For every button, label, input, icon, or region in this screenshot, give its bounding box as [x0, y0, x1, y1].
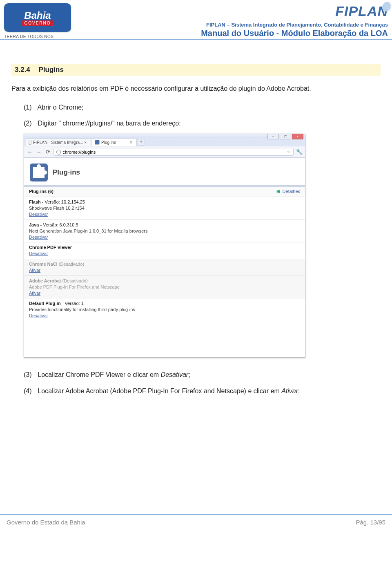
plugins-count: Plug-ins (6) — [29, 189, 53, 194]
forward-icon[interactable]: → — [36, 149, 42, 155]
plugins-banner: Plug-ins — [24, 158, 305, 186]
section-header: 3.2.4 Plugins — [11, 64, 381, 76]
address-bar: ← → ⟳ ☆ 🔧 — [24, 146, 305, 158]
footer-left: Governo do Estado da Bahia — [7, 519, 85, 526]
tab-close-icon[interactable]: × — [130, 140, 132, 145]
footer-right: Pág. 13/95 — [356, 519, 385, 526]
url-input[interactable] — [62, 150, 285, 155]
header-subtitle-1: FIPLAN – Sistema Integrado de Planejamen… — [201, 22, 388, 28]
maximize-icon[interactable]: ▢ — [280, 134, 291, 139]
steps-list: (1) Abrir o Chrome; (2) Digitar " chrome… — [11, 102, 381, 129]
plugin-action-link[interactable]: Desativar — [29, 235, 48, 240]
step-1: (1) Abrir o Chrome; — [24, 102, 381, 113]
plugins-container: Flash - Versão: 10.2.154.25Shockwave Fla… — [24, 197, 305, 321]
chrome-page-body: Plug-ins Plug-ins (6) ⊞ Detalhes Flash -… — [24, 158, 305, 357]
chrome-screenshot: – ▢ × FIPLAN - Sistema Integra... × Plug… — [24, 134, 305, 358]
step-italic: Desativar — [161, 371, 189, 378]
step-italic: Ativar — [281, 388, 298, 394]
new-tab-button[interactable]: + — [138, 139, 145, 146]
back-icon[interactable]: ← — [27, 149, 33, 155]
section-title: Plugins — [39, 66, 64, 74]
section-paragraph: Para a exibição dos relatórios em PDF é … — [11, 84, 381, 94]
puzzle-piece-icon — [30, 164, 48, 181]
fiplan-logo: FIPLAN — [335, 3, 388, 19]
window-buttons: – ▢ × — [267, 134, 303, 139]
details-toggle[interactable]: ⊞ Detalhes — [276, 189, 300, 194]
plugin-name: Adobe Acrobat — [29, 278, 61, 283]
step-3: (3) Localizar Chrome PDF Viewer e clicar… — [24, 369, 381, 380]
plugins-banner-title: Plug-ins — [53, 168, 80, 177]
plugin-action-link[interactable]: Desativar — [29, 251, 48, 256]
plugin-version: - Versão: 10.2.154.25 — [41, 199, 85, 204]
plugin-action-link[interactable]: Ativar — [29, 291, 40, 296]
logo-tagline: TERRA DE TODOS NÓS — [4, 34, 71, 39]
plugin-row: Adobe Acrobat (Desativado)Adobe PDF Plug… — [24, 276, 305, 299]
close-icon[interactable]: × — [292, 134, 303, 139]
content: 3.2.4 Plugins Para a exibição dos relató… — [0, 40, 392, 514]
plugin-row: Chrome PDF ViewerDesativar — [24, 242, 305, 259]
plugin-row: Chrome NaCl (Desativado)Ativar — [24, 259, 305, 276]
browser-tabs: FIPLAN - Sistema Integra... × Plug-ins ×… — [24, 137, 305, 146]
puzzle-icon — [95, 140, 100, 145]
page-icon — [29, 140, 31, 145]
window-titlebar: – ▢ × — [24, 134, 305, 137]
logo-governo-text: GOVERNO — [22, 20, 53, 26]
omnibox[interactable]: ☆ — [53, 148, 294, 156]
plugin-name: Chrome PDF Viewer — [29, 245, 72, 250]
plugin-description: Shockwave Flash 10.2 r154 — [29, 205, 300, 211]
tab-fiplan[interactable]: FIPLAN - Sistema Integra... × — [26, 138, 91, 146]
plugin-name: Chrome NaCl — [29, 262, 58, 267]
step-4: (4) Localizar Adobe Acrobat (Adobe PDF P… — [24, 385, 381, 397]
plus-icon: ⊞ — [276, 189, 280, 194]
step-number: (4) — [24, 385, 36, 397]
header-right: FIPLAN FIPLAN – Sistema Integrado de Pla… — [201, 3, 388, 38]
page-header: Bahia GOVERNO TERRA DE TODOS NÓS FIPLAN … — [0, 0, 392, 40]
plugin-description: Provides functionality for installing th… — [29, 307, 300, 313]
step-2: (2) Digitar " chrome://plugins/" na barr… — [24, 118, 381, 129]
logo-bahia-text: Bahia — [24, 10, 51, 21]
plugins-list-header: Plug-ins (6) ⊞ Detalhes — [24, 186, 305, 197]
step-text-after: ; — [298, 388, 300, 394]
step-text-before: Localizar Adobe Acrobat (Adobe PDF Plug-… — [38, 388, 281, 394]
plugin-version: (Desativado) — [58, 262, 84, 267]
plugin-name: Flash — [29, 199, 41, 204]
section-number: 3.2.4 — [15, 66, 30, 74]
plugin-version: - Versão: 1 — [61, 301, 84, 306]
bookmark-star-icon[interactable]: ☆ — [287, 149, 291, 155]
plugin-action-link[interactable]: Desativar — [29, 313, 48, 318]
details-label: Detalhes — [283, 189, 300, 194]
tab-label: FIPLAN - Sistema Integra... × — [33, 140, 87, 145]
steps-list-2: (3) Localizar Chrome PDF Viewer e clicar… — [11, 369, 381, 396]
header-subtitle-2: Manual do Usuário - Módulo Elaboração da… — [201, 29, 388, 38]
plugin-version: (Desativado) — [61, 278, 87, 283]
plugin-description: Next Generation Java Plug-in 1.6.0_31 fo… — [29, 228, 300, 234]
plugin-description: Adobe PDF Plug-In For Firefox and Netsca… — [29, 284, 300, 290]
step-number: (1) — [24, 102, 36, 113]
plugin-name: Default Plug-in — [29, 301, 61, 306]
tab-plugins[interactable]: Plug-ins × — [92, 138, 137, 146]
tab-label: Plug-ins — [101, 140, 116, 145]
minimize-icon[interactable]: – — [267, 134, 279, 139]
plugin-row: Java - Versão: 6.0.310.5Next Generation … — [24, 220, 305, 243]
wrench-icon[interactable]: 🔧 — [296, 149, 303, 155]
page-footer: Governo do Estado da Bahia Pág. 13/95 — [0, 514, 392, 533]
step-text-after: ; — [188, 371, 190, 378]
plugin-action-link[interactable]: Ativar — [29, 268, 40, 273]
plugin-action-link[interactable]: Desativar — [29, 212, 48, 217]
reload-icon[interactable]: ⟳ — [45, 149, 51, 155]
plugin-row: Flash - Versão: 10.2.154.25Shockwave Fla… — [24, 197, 305, 220]
step-number: (2) — [24, 118, 36, 129]
step-text: Abrir o Chrome; — [38, 104, 84, 111]
step-text: Digitar " chrome://plugins/" na barra de… — [38, 120, 180, 127]
globe-icon — [56, 150, 61, 155]
step-text-before: Localizar Chrome PDF Viewer e clicar em — [38, 371, 160, 378]
bahia-logo: Bahia GOVERNO TERRA DE TODOS NÓS — [4, 3, 71, 39]
plugin-row: Default Plug-in - Versão: 1Provides func… — [24, 298, 305, 321]
plugin-version: - Versão: 6.0.310.5 — [39, 222, 78, 227]
plugin-name: Java — [29, 222, 39, 227]
step-number: (3) — [24, 369, 36, 380]
